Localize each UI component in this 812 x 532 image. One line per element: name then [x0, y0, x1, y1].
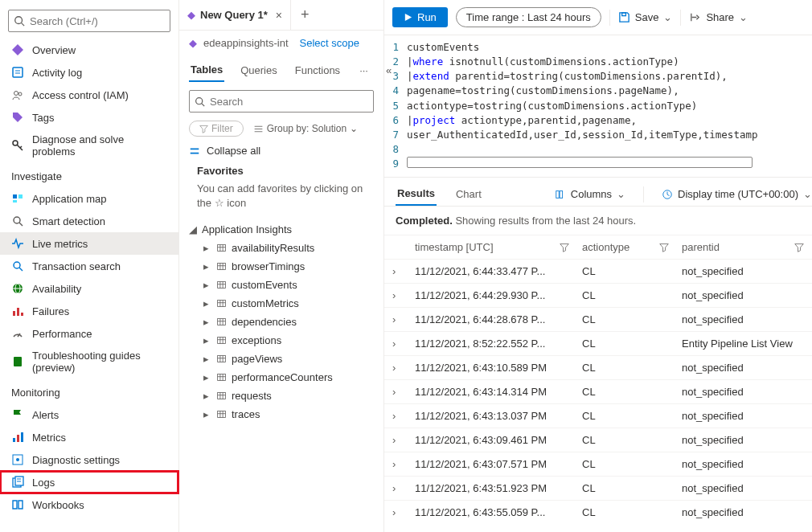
- nav-item-logs[interactable]: Logs: [0, 471, 178, 493]
- nav-item-failures[interactable]: Failures: [0, 300, 178, 322]
- nav-item-workbooks[interactable]: Workbooks: [0, 493, 178, 516]
- table-row[interactable]: › 11/12/2021, 6:43:51.923 PM CL not_spec…: [384, 476, 812, 500]
- display-time-button[interactable]: Display time (UTC+00:00) ⌄: [662, 188, 812, 200]
- tab-chart[interactable]: Chart: [454, 183, 483, 205]
- nav-item-application-map[interactable]: Application map: [0, 187, 178, 210]
- tree-table-item[interactable]: ▸ requests: [189, 387, 374, 405]
- filter-label: Filter: [211, 123, 233, 134]
- chevron-right-icon: ›: [392, 434, 415, 446]
- tree-table-label: availabilityResults: [232, 242, 314, 254]
- time-range-button[interactable]: Time range : Last 24 hours: [456, 7, 601, 27]
- tree-table-label: performanceCounters: [232, 371, 333, 383]
- globe-icon: [11, 282, 24, 295]
- svg-line-14: [19, 268, 23, 271]
- save-button[interactable]: Save ⌄: [618, 11, 673, 23]
- global-search[interactable]: [8, 10, 170, 32]
- select-scope-link[interactable]: Select scope: [300, 37, 359, 49]
- chevron-right-icon: ›: [392, 506, 415, 518]
- tab-results[interactable]: Results: [396, 182, 437, 206]
- col-parentid[interactable]: parentid: [682, 241, 794, 253]
- table-row[interactable]: › 11/12/2021, 8:52:22.552 P... CL Entity…: [384, 331, 812, 355]
- table-row[interactable]: › 11/12/2021, 6:43:10.589 PM CL not_spec…: [384, 355, 812, 379]
- nav-item-smart-detection[interactable]: Smart detection: [0, 210, 178, 232]
- svg-point-5: [14, 92, 18, 96]
- new-tab-button[interactable]: +: [291, 6, 319, 23]
- share-button[interactable]: Share ⌄: [689, 11, 748, 23]
- nav-item-troubleshooting-guides-preview-[interactable]: Troubleshooting guides (preview): [0, 345, 178, 379]
- tab-functions[interactable]: Functions: [293, 59, 342, 81]
- tree-table-item[interactable]: ▸ exceptions: [189, 331, 374, 350]
- table-row[interactable]: › 11/12/2021, 6:44:33.477 P... CL not_sp…: [384, 259, 812, 283]
- tab-tables[interactable]: Tables: [189, 59, 224, 82]
- global-search-input[interactable]: [30, 15, 165, 27]
- table-row[interactable]: › 11/12/2021, 6:43:55.059 P... CL not_sp…: [384, 500, 812, 524]
- diamond-icon: [11, 43, 24, 56]
- cell-actiontype: CL: [582, 410, 659, 422]
- pulse-icon: [11, 237, 24, 250]
- filter-button[interactable]: Filter: [189, 121, 244, 137]
- nav-item[interactable]: Tags: [0, 106, 178, 129]
- chevron-down-icon: ⌄: [617, 188, 625, 200]
- nav-item[interactable]: Diagnose and solve problems: [0, 129, 178, 162]
- svg-rect-10: [13, 200, 17, 203]
- tree-table-item[interactable]: ▸ pageViews: [189, 350, 374, 368]
- caret-right-icon: ▸: [203, 353, 211, 365]
- columns-button[interactable]: Columns ⌄: [555, 188, 625, 200]
- table-row[interactable]: › 11/12/2021, 6:43:13.037 PM CL not_spec…: [384, 403, 812, 428]
- svg-rect-8: [13, 194, 17, 198]
- schema-search-input[interactable]: [210, 96, 368, 108]
- table-row[interactable]: › 11/12/2021, 6:44:29.930 P... CL not_sp…: [384, 283, 812, 307]
- nav-label: Overview: [32, 44, 76, 56]
- nav-item-transaction-search[interactable]: Transaction search: [0, 255, 178, 277]
- schema-search[interactable]: [189, 90, 374, 113]
- tree-table-item[interactable]: ▸ customMetrics: [189, 294, 374, 313]
- flag-icon: [11, 408, 24, 421]
- col-timestamp[interactable]: timestamp [UTC]: [415, 241, 560, 253]
- nav-item-availability[interactable]: Availability: [0, 277, 178, 300]
- nav-item[interactable]: Activity log: [0, 61, 178, 84]
- table-row[interactable]: › 11/12/2021, 6:44:28.678 P... CL not_sp…: [384, 307, 812, 331]
- pin-icon: ◆: [187, 9, 195, 21]
- tab-queries[interactable]: Queries: [239, 59, 279, 81]
- tree-group[interactable]: ◢ Application Insights: [189, 220, 374, 239]
- tree-table-item[interactable]: ▸ dependencies: [189, 313, 374, 331]
- filter-icon[interactable]: [560, 243, 582, 252]
- tree-table-item[interactable]: ▸ traces: [189, 405, 374, 424]
- filter-icon[interactable]: [659, 243, 682, 252]
- table-row[interactable]: › 11/12/2021, 6:43:14.314 PM CL not_spec…: [384, 379, 812, 403]
- tree-table-label: browserTimings: [232, 260, 305, 272]
- collapse-all-button[interactable]: Collapse all: [189, 145, 374, 157]
- more-icon[interactable]: ···: [356, 64, 371, 76]
- query-editor[interactable]: 1customEvents2|where isnotnull(customDim…: [384, 35, 812, 178]
- nav-label: Performance: [32, 328, 92, 340]
- col-actiontype[interactable]: actiontype: [582, 241, 659, 253]
- tree-group-label: Application Insights: [202, 223, 292, 235]
- scope-row: ◆ edeappinsights-int Select scope: [179, 31, 383, 55]
- cell-parentid: Entity Pipeline List View: [682, 338, 794, 350]
- nav-item-diagnostic-settings[interactable]: Diagnostic settings: [0, 448, 178, 471]
- table-row[interactable]: › 11/12/2021, 6:43:07.571 PM CL not_spec…: [384, 452, 812, 476]
- nav-label: Transaction search: [32, 260, 121, 272]
- tree-table-item[interactable]: ▸ availabilityResults: [189, 239, 374, 257]
- chevron-right-icon: ›: [392, 410, 415, 422]
- svg-line-12: [19, 223, 23, 226]
- table-row[interactable]: › 11/12/2021, 6:43:09.461 PM CL not_spec…: [384, 428, 812, 452]
- caret-right-icon: ▸: [203, 408, 211, 420]
- nav-item[interactable]: Overview: [0, 39, 178, 61]
- svg-rect-63: [218, 356, 226, 362]
- nav-item-performance[interactable]: Performance: [0, 322, 178, 345]
- close-tab-icon[interactable]: ×: [276, 9, 282, 22]
- nav-item-live-metrics[interactable]: Live metrics: [0, 232, 178, 255]
- nav-item-alerts[interactable]: Alerts: [0, 403, 178, 426]
- collapse-icon: [189, 145, 200, 157]
- filter-icon[interactable]: [794, 243, 812, 252]
- nav-item-metrics[interactable]: Metrics: [0, 426, 178, 448]
- run-button[interactable]: Run: [392, 7, 448, 27]
- caret-right-icon: ▸: [203, 390, 211, 402]
- nav-item[interactable]: Access control (IAM): [0, 84, 178, 106]
- tree-table-item[interactable]: ▸ browserTimings: [189, 257, 374, 276]
- tree-table-item[interactable]: ▸ customEvents: [189, 276, 374, 294]
- tree-table-item[interactable]: ▸ performanceCounters: [189, 368, 374, 387]
- query-tab[interactable]: ◆ New Query 1* ×: [179, 0, 291, 30]
- groupby-dropdown[interactable]: Group by: Solution ⌄: [253, 123, 358, 134]
